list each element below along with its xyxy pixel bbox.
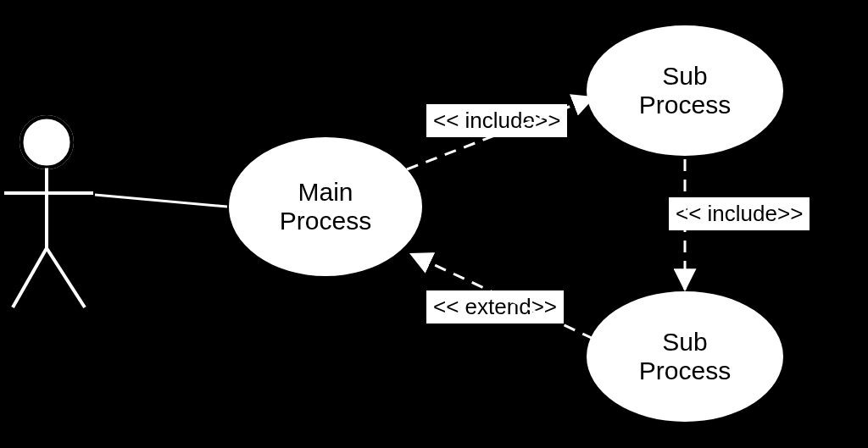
svg-line-5 [47,248,85,307]
relation-include-top-label: << include>> [426,103,568,138]
svg-line-4 [13,248,47,307]
usecase-sub-top-label: SubProcess [639,62,731,120]
usecase-sub-process-top: SubProcess [585,24,785,158]
usecase-sub-process-bottom: SubProcess [585,290,785,423]
usecase-main-process: MainProcess [227,136,424,278]
usecase-main-label: MainProcess [280,178,371,236]
relation-extend-label: << extend>> [426,290,565,324]
svg-point-6 [22,118,71,167]
usecase-sub-bottom-label: SubProcess [639,328,731,386]
relation-include-right-label: << include>> [668,196,810,231]
actor-icon [0,108,119,320]
